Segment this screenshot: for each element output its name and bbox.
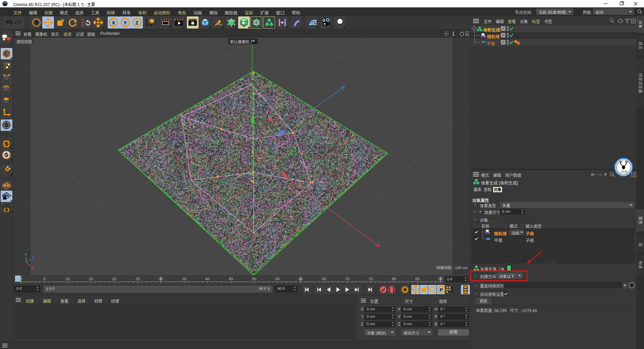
svg-text:P: P <box>439 287 443 293</box>
svg-text:X: X <box>112 20 115 26</box>
svg-text:Y: Y <box>123 20 127 26</box>
svg-text:行走吧: 行走吧 <box>620 170 627 173</box>
svg-text:S: S <box>4 152 8 158</box>
svg-text:Z: Z <box>136 20 139 26</box>
svg-text:S: S <box>4 122 8 129</box>
svg-text:S: S <box>4 141 8 147</box>
svg-text:R: R <box>82 24 84 27</box>
